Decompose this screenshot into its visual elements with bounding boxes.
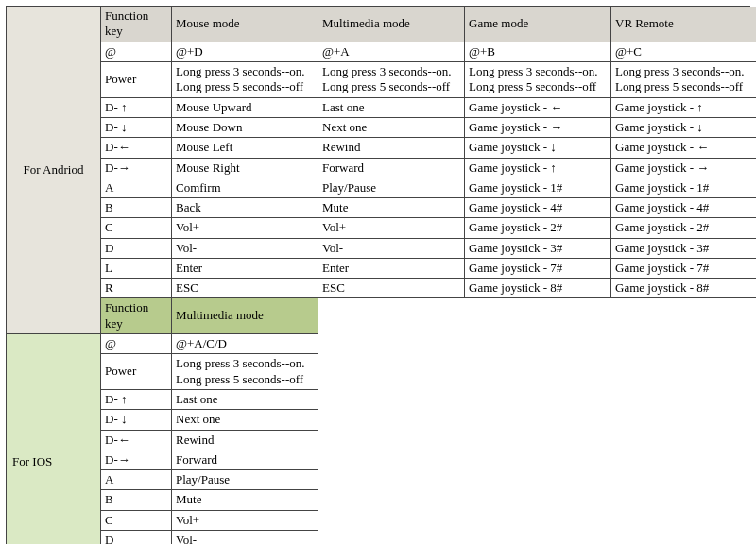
table-cell: Last one xyxy=(318,98,465,118)
table-cell: Long press 3 seconds--on. Long press 5 s… xyxy=(465,62,611,98)
table-cell: Long press 3 seconds--on. Long press 5 s… xyxy=(172,62,318,98)
section-label-android: For Andriod xyxy=(7,7,101,334)
table-cell: C xyxy=(101,218,172,238)
table-cell: @+C xyxy=(611,42,756,62)
col-header: Mouse mode xyxy=(172,7,318,42)
table-cell: Game joystick - 2# xyxy=(611,218,756,238)
section-label-ios: For IOS xyxy=(7,334,101,544)
empty-space xyxy=(318,410,756,430)
table-cell: Back xyxy=(172,198,318,218)
col-header: Function key xyxy=(101,7,172,42)
table-cell: Mouse Right xyxy=(172,159,318,178)
table-cell: Play/Pause xyxy=(318,178,465,198)
table-cell: Long press 3 seconds--on. Long press 5 s… xyxy=(172,354,318,390)
table-cell: D- ↓ xyxy=(101,410,172,430)
table-cell: D xyxy=(101,531,172,544)
table-cell: Long press 3 seconds--on. Long press 5 s… xyxy=(318,62,465,98)
table-cell: B xyxy=(101,198,172,218)
table-cell: B xyxy=(101,490,172,510)
table-cell: ESC xyxy=(318,279,465,298)
table-cell: L xyxy=(101,259,172,279)
function-key-table: For Andriod Function key Mouse mode Mult… xyxy=(6,6,750,544)
table-cell: @+A xyxy=(318,42,465,62)
table-cell: Last one xyxy=(172,390,318,410)
table-cell: Game joystick - 7# xyxy=(465,259,611,279)
table-cell: A xyxy=(101,178,172,198)
table-cell: Next one xyxy=(172,410,318,430)
col-header: Game mode xyxy=(465,7,611,42)
table-cell: Game joystick - ← xyxy=(611,138,756,158)
table-cell: Game joystick - 4# xyxy=(611,198,756,218)
table-cell: Vol- xyxy=(172,239,318,259)
table-cell: Game joystick - 3# xyxy=(465,239,611,259)
empty-space xyxy=(318,354,756,390)
table-cell: Vol- xyxy=(318,239,465,259)
empty-space xyxy=(318,531,756,544)
table-cell: ESC xyxy=(172,279,318,298)
table-cell: D-→ xyxy=(101,159,172,178)
table-cell: Comfirm xyxy=(172,178,318,198)
table-cell: @ xyxy=(101,334,172,354)
empty-space xyxy=(318,470,756,490)
table-cell: Game joystick - 3# xyxy=(611,239,756,259)
empty-space xyxy=(318,390,756,410)
table-cell: Rewind xyxy=(172,431,318,450)
table-cell: C xyxy=(101,511,172,531)
table-cell: D-← xyxy=(101,431,172,450)
table-cell: Game joystick - ↑ xyxy=(611,98,756,118)
table-cell: Game joystick - 7# xyxy=(611,259,756,279)
table-cell: Rewind xyxy=(318,138,465,158)
table-cell: Enter xyxy=(172,259,318,279)
table-cell: Next one xyxy=(318,118,465,138)
table-cell: Mouse Upward xyxy=(172,98,318,118)
table-cell: @+B xyxy=(465,42,611,62)
table-cell: Forward xyxy=(172,450,318,470)
table-cell: Vol+ xyxy=(172,511,318,531)
table-cell: D xyxy=(101,239,172,259)
table-cell: Game joystick - → xyxy=(611,159,756,178)
table-cell: Game joystick - 8# xyxy=(465,279,611,298)
table-cell: Power xyxy=(101,62,172,98)
empty-space xyxy=(318,490,756,510)
table-cell: @+A/C/D xyxy=(172,334,318,354)
table-cell: Forward xyxy=(318,159,465,178)
table-cell: Vol+ xyxy=(318,218,465,238)
table-cell: Game joystick - ↓ xyxy=(611,118,756,138)
table-cell: Enter xyxy=(318,259,465,279)
table-cell: Game joystick - → xyxy=(465,118,611,138)
table-cell: Play/Pause xyxy=(172,470,318,490)
table-cell: D- ↓ xyxy=(101,118,172,138)
table-cell: Game joystick - 8# xyxy=(611,279,756,298)
table-cell: @ xyxy=(101,42,172,62)
empty-space xyxy=(318,431,756,450)
col-header: Multimedia mode xyxy=(172,298,318,334)
table-cell: Vol+ xyxy=(172,218,318,238)
table-cell: Vol- xyxy=(172,531,318,544)
table-cell: A xyxy=(101,470,172,490)
table-cell: Mouse Left xyxy=(172,138,318,158)
table-cell: R xyxy=(101,279,172,298)
col-header: VR Remote xyxy=(611,7,756,42)
empty-space xyxy=(318,511,756,531)
table-cell: Game joystick - ← xyxy=(465,98,611,118)
empty-space xyxy=(318,334,756,354)
table-cell: D- ↑ xyxy=(101,98,172,118)
empty-space xyxy=(318,450,756,470)
table-cell: @+D xyxy=(172,42,318,62)
table-cell: Game joystick - 2# xyxy=(465,218,611,238)
table-cell: D- ↑ xyxy=(101,390,172,410)
table-cell: Game joystick - ↑ xyxy=(465,159,611,178)
table-cell: D-→ xyxy=(101,450,172,470)
table-cell: Long press 3 seconds--on. Long press 5 s… xyxy=(611,62,756,98)
table-cell: Game joystick - 4# xyxy=(465,198,611,218)
table-cell: Mute xyxy=(318,198,465,218)
col-header: Multimedia mode xyxy=(318,7,465,42)
table-cell: Mouse Down xyxy=(172,118,318,138)
col-header: Function key xyxy=(101,298,172,334)
empty-space xyxy=(318,298,756,334)
table-cell: Game joystick - 1# xyxy=(611,178,756,198)
table-cell: D-← xyxy=(101,138,172,158)
table-cell: Game joystick - ↓ xyxy=(465,138,611,158)
table-cell: Mute xyxy=(172,490,318,510)
table-cell: Power xyxy=(101,354,172,390)
